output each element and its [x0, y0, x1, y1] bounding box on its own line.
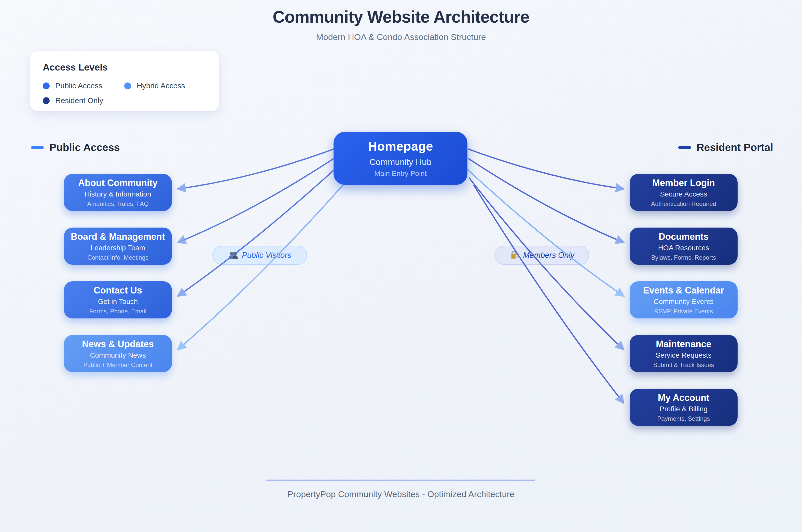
- node-title: Homepage: [368, 138, 433, 154]
- edge-homepage-about: [178, 149, 334, 189]
- legend-item-label: Resident Only: [55, 96, 103, 105]
- section-label: Public Access: [50, 141, 120, 153]
- node-subtitle: Community Events: [654, 297, 714, 306]
- hybrid-access-dot-icon: [124, 82, 131, 89]
- edge-homepage-maintenance: [469, 178, 623, 349]
- node-description: Bylaws, Forms, Reports: [651, 253, 716, 261]
- node-events-calendar: Events & Calendar Community Events RSVP,…: [630, 281, 738, 319]
- edge-homepage-news: [178, 185, 343, 349]
- node-description: Forms, Phone, Email: [89, 307, 147, 315]
- node-subtitle: HOA Resources: [658, 243, 709, 252]
- node-subtitle: Profile & Billing: [660, 404, 708, 414]
- access-levels-legend: Access Levels Public Access Hybrid Acces…: [30, 51, 219, 111]
- node-title: Board & Management: [71, 231, 165, 242]
- node-title: Documents: [658, 231, 709, 242]
- node-description: Payments, Settings: [657, 415, 710, 422]
- legend-item-label: Hybrid Access: [137, 81, 185, 90]
- node-contact-us: Contact Us Get in Touch Forms, Phone, Em…: [64, 281, 172, 319]
- node-documents: Documents HOA Resources Bylaws, Forms, R…: [630, 228, 738, 265]
- legend-item-resident: Resident Only: [43, 96, 124, 105]
- node-subtitle: Community Hub: [369, 156, 432, 168]
- node-my-account: My Account Profile & Billing Payments, S…: [630, 389, 738, 426]
- node-maintenance: Maintenance Service Requests Submit & Tr…: [630, 335, 738, 372]
- edge-homepage-documents: [468, 158, 623, 242]
- resident-section-dash-icon: [678, 146, 691, 149]
- resident-only-dot-icon: [43, 97, 50, 104]
- section-label: Resident Portal: [696, 141, 773, 153]
- node-description: Contact Info, Meetings: [87, 253, 149, 261]
- node-title: About Community: [78, 177, 158, 189]
- legend-item-hybrid: Hybrid Access: [124, 81, 206, 90]
- node-title: Member Login: [652, 177, 715, 189]
- node-description: Submit & Track Issues: [653, 361, 714, 369]
- node-board-management: Board & Management Leadership Team Conta…: [64, 228, 172, 265]
- legend-item-public: Public Access: [43, 81, 124, 90]
- node-subtitle: Service Requests: [655, 351, 711, 360]
- edge-homepage-my-account: [474, 185, 623, 403]
- edge-homepage-board: [178, 158, 334, 242]
- node-subtitle: Get in Touch: [98, 297, 138, 306]
- node-about-community: About Community History & Information Am…: [64, 174, 172, 211]
- node-description: Main Entry Point: [374, 169, 426, 178]
- node-news-updates: News & Updates Community News Public + M…: [64, 335, 172, 372]
- node-subtitle: Secure Access: [660, 190, 707, 199]
- node-description: Amenities, Rules, FAQ: [87, 200, 149, 208]
- legend-item-label: Public Access: [55, 81, 102, 90]
- node-subtitle: Community News: [90, 351, 146, 360]
- node-description: Public + Member Content: [83, 361, 152, 369]
- node-description: RSVP, Private Events: [654, 307, 713, 315]
- node-homepage: Homepage Community Hub Main Entry Point: [333, 132, 467, 185]
- node-subtitle: History & Information: [84, 190, 151, 199]
- node-description: Authentication Required: [651, 200, 716, 208]
- node-title: Contact Us: [94, 285, 142, 296]
- public-access-dot-icon: [43, 82, 50, 89]
- section-header-public-access: Public Access: [31, 141, 120, 153]
- node-title: Events & Calendar: [643, 285, 724, 296]
- public-section-dash-icon: [31, 146, 44, 149]
- legend-title: Access Levels: [43, 62, 206, 73]
- node-title: News & Updates: [82, 338, 154, 350]
- node-member-login: Member Login Secure Access Authenticatio…: [630, 174, 738, 211]
- diagram-canvas: Community Website Architecture Modern HO…: [0, 0, 802, 532]
- node-title: Maintenance: [656, 338, 711, 350]
- edge-homepage-member-login: [468, 149, 623, 189]
- node-subtitle: Leadership Team: [91, 243, 145, 252]
- node-title: My Account: [658, 392, 710, 403]
- section-header-resident-portal: Resident Portal: [678, 141, 773, 153]
